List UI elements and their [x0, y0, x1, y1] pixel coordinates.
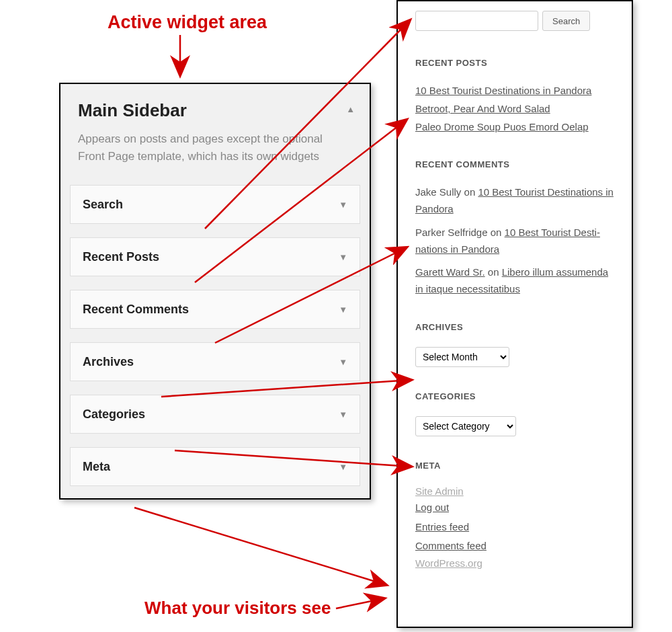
meta-section: META Site Admin Log out Entries feed Com… [415, 461, 616, 569]
widget-label: Search [83, 198, 123, 212]
meta-link-wordpress-org[interactable]: WordPress.org [415, 557, 482, 569]
meta-link-log-out[interactable]: Log out [415, 502, 449, 513]
on-text: on [461, 186, 478, 198]
sidebar-title: Main Sidebar [78, 100, 352, 121]
sidebar-description: Appears on posts and pages except the op… [78, 130, 352, 165]
recent-posts-section: RECENT POSTS 10 Best Tourist Destination… [415, 58, 616, 135]
archives-section: ARCHIVES Select Month [415, 322, 616, 367]
widget-meta[interactable]: Meta ▼ [70, 447, 360, 486]
post-link[interactable]: Paleo Drome Soup Puos Emord Oelap [415, 121, 589, 132]
recent-comments-heading: RECENT COMMENTS [415, 159, 616, 169]
chevron-down-icon: ▼ [339, 462, 347, 472]
chevron-down-icon: ▼ [339, 200, 347, 210]
archives-select[interactable]: Select Month [415, 347, 509, 367]
comment-author: Jake Sully [415, 186, 461, 198]
svg-line-7 [336, 598, 384, 608]
widget-label: Meta [83, 460, 110, 474]
meta-link-site-admin[interactable]: Site Admin [415, 485, 464, 497]
recent-comments-section: RECENT COMMENTS Jake Sully on 10 Best To… [415, 159, 616, 298]
search-input[interactable] [415, 11, 538, 31]
comment-author-link[interactable]: Garett Ward Sr. [415, 266, 485, 278]
svg-line-6 [134, 508, 386, 585]
search-widget: Search [415, 11, 616, 31]
annotation-visitors-see: What your visitors see [144, 598, 331, 619]
chevron-down-icon: ▼ [339, 409, 347, 420]
categories-section: CATEGORIES Select Category [415, 391, 616, 436]
widget-label: Categories [83, 407, 145, 422]
frontend-sidebar-preview: Search RECENT POSTS 10 Best Tourist Dest… [396, 0, 633, 628]
meta-link-comments-feed[interactable]: Comments feed [415, 540, 487, 551]
widget-recent-comments[interactable]: Recent Comments ▼ [70, 290, 360, 329]
widget-area-panel: Main Sidebar ▲ Appears on posts and page… [59, 83, 371, 500]
widget-categories[interactable]: Categories ▼ [70, 395, 360, 434]
widget-label: Recent Comments [83, 303, 189, 317]
categories-heading: CATEGORIES [415, 391, 616, 401]
chevron-down-icon: ▼ [339, 305, 347, 315]
archives-heading: ARCHIVES [415, 322, 616, 332]
recent-posts-heading: RECENT POSTS [415, 58, 616, 68]
widget-label: Archives [83, 355, 134, 369]
widget-search[interactable]: Search ▼ [70, 185, 360, 224]
on-text: on [488, 227, 505, 238]
sidebar-header[interactable]: Main Sidebar ▲ Appears on posts and page… [70, 91, 360, 171]
categories-select[interactable]: Select Category [415, 416, 516, 436]
post-link[interactable]: Betroot, Pear And Word Salad [415, 103, 550, 114]
collapse-icon[interactable]: ▲ [346, 104, 355, 114]
widget-recent-posts[interactable]: Recent Posts ▼ [70, 237, 360, 276]
meta-heading: META [415, 461, 616, 471]
comment-author: Parker Selfridge [415, 227, 488, 238]
post-link[interactable]: 10 Best Tourist Destinations in Pandora [415, 85, 591, 96]
chevron-down-icon: ▼ [339, 252, 347, 262]
widget-archives[interactable]: Archives ▼ [70, 342, 360, 381]
widget-label: Recent Posts [83, 250, 159, 264]
meta-link-entries-feed[interactable]: Entries feed [415, 521, 469, 532]
chevron-down-icon: ▼ [339, 357, 347, 367]
on-text: on [485, 266, 502, 278]
search-button[interactable]: Search [542, 11, 590, 31]
annotation-active-widget-area: Active widget area [108, 12, 267, 33]
